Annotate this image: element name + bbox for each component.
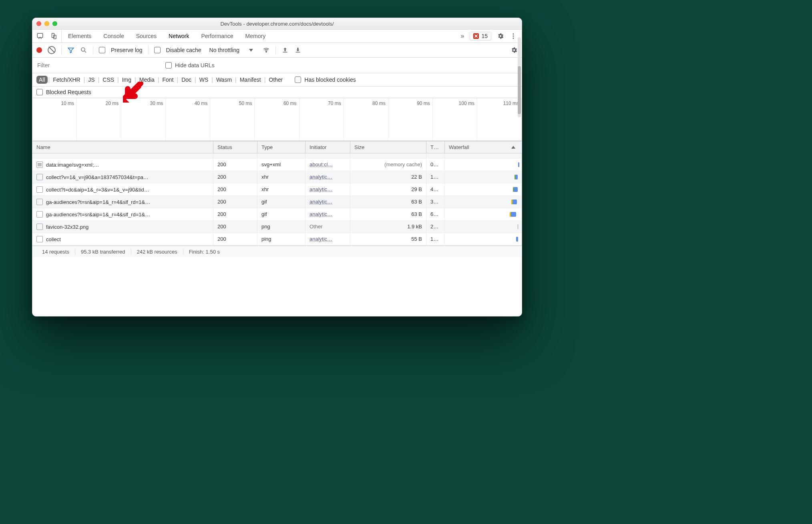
cell-size: 1.9 kB [350, 221, 426, 233]
clear-button[interactable] [48, 46, 56, 54]
type-chip-fetch-xhr[interactable]: Fetch/XHR [50, 76, 82, 84]
cell-initiator[interactable]: analytic… [310, 199, 332, 205]
col-time[interactable]: T… [426, 141, 445, 153]
throttling-select[interactable]: No throttling [209, 47, 239, 53]
col-initiator[interactable]: Initiator [306, 141, 350, 153]
filter-input[interactable] [36, 60, 142, 71]
table-row[interactable]: favicon-32x32.png200pngOther1.9 kB2… [32, 221, 522, 233]
svg-point-3 [513, 33, 514, 34]
type-chip-wasm[interactable]: Wasm [214, 76, 234, 84]
table-row[interactable]: data:image/svg+xml;…200svg+xmlabout:cl…(… [32, 159, 522, 171]
filter-toggle-icon[interactable] [67, 46, 74, 54]
table-row[interactable]: collect200pinganalytic…55 B1… [32, 233, 522, 246]
titlebar: DevTools - developer.chrome.com/docs/dev… [32, 18, 522, 30]
preserve-log-checkbox[interactable] [99, 47, 105, 53]
export-har-icon[interactable] [294, 46, 301, 54]
svg-rect-9 [296, 52, 300, 53]
table-row[interactable]: collect?v=1&_v=j90&a=1837457034&t=pa…200… [32, 171, 522, 183]
has-blocked-cookies-checkbox[interactable] [295, 77, 301, 83]
has-blocked-cookies-label: Has blocked cookies [304, 77, 356, 83]
cell-initiator[interactable]: analytic… [310, 236, 332, 242]
cell-time: 0… [426, 159, 445, 171]
svg-point-6 [81, 48, 85, 51]
inspect-icon[interactable] [36, 32, 44, 40]
tab-sources[interactable]: Sources [135, 30, 157, 42]
network-settings-gear-icon[interactable] [511, 46, 518, 54]
tab-console[interactable]: Console [103, 30, 125, 42]
cell-time: 6… [426, 208, 445, 220]
hide-data-urls-checkbox[interactable] [165, 62, 172, 69]
type-chip-font[interactable]: Font [160, 76, 176, 84]
import-har-icon[interactable] [281, 46, 289, 54]
col-waterfall[interactable]: Waterfall [445, 141, 522, 153]
cell-initiator[interactable]: analytic… [310, 211, 332, 217]
col-size[interactable]: Size [350, 141, 426, 153]
blocked-requests-bar: Blocked Requests [32, 87, 522, 98]
col-status[interactable]: Status [213, 141, 257, 153]
network-conditions-icon[interactable] [263, 46, 270, 54]
overview-timeline[interactable]: 10 ms20 ms30 ms40 ms50 ms60 ms70 ms80 ms… [32, 98, 522, 141]
svg-point-7 [266, 51, 267, 52]
cell-name: data:image/svg+xml;… [46, 162, 99, 168]
tab-performance[interactable]: Performance [200, 30, 234, 42]
tabs-overflow-icon[interactable]: » [461, 32, 464, 40]
col-type[interactable]: Type [257, 141, 306, 153]
cell-waterfall [445, 196, 522, 208]
cell-initiator: Other [310, 224, 323, 230]
cell-size: (memory cache) [350, 159, 426, 171]
cell-size: 29 B [350, 183, 426, 195]
cell-waterfall [445, 183, 522, 195]
tick-label: 70 ms [328, 101, 341, 106]
scrollbar-thumb[interactable] [518, 66, 521, 114]
tab-elements[interactable]: Elements [67, 30, 92, 42]
col-name[interactable]: Name [32, 141, 213, 153]
cell-type: gif [257, 208, 306, 220]
table-row[interactable]: ga-audiences?t=sr&aip=1&_r=4&slf_rd=1&…2… [32, 208, 522, 221]
type-chip-js[interactable]: JS [86, 76, 97, 84]
file-icon [36, 211, 43, 218]
cell-initiator[interactable]: about:cl… [310, 161, 333, 167]
file-icon [36, 186, 43, 193]
type-chip-manifest[interactable]: Manifest [237, 76, 263, 84]
tab-network[interactable]: Network [168, 30, 190, 42]
more-menu-icon[interactable] [510, 32, 517, 40]
minimize-icon[interactable] [44, 21, 49, 26]
cell-type: xhr [257, 171, 306, 183]
type-chip-doc[interactable]: Doc [179, 76, 194, 84]
cell-waterfall [445, 171, 522, 183]
tab-memory[interactable]: Memory [245, 30, 267, 42]
cell-initiator[interactable]: analytic… [310, 186, 332, 192]
settings-gear-icon[interactable] [497, 32, 504, 40]
cell-name: collect [46, 236, 61, 242]
cell-name: collect?v=1&_v=j90&a=1837457034&t=pa… [46, 174, 149, 180]
device-toggle-icon[interactable] [50, 32, 57, 40]
throttling-caret-icon[interactable] [249, 49, 253, 52]
cell-type: svg+xml [257, 159, 306, 171]
type-chip-css[interactable]: CSS [100, 76, 117, 84]
zoom-icon[interactable] [52, 21, 57, 26]
type-chip-ws[interactable]: WS [197, 76, 211, 84]
table-row[interactable]: ga-audiences?t=sr&aip=1&_r=4&slf_rd=1&…2… [32, 196, 522, 208]
cell-initiator[interactable]: analytic… [310, 174, 332, 180]
window-title: DevTools - developer.chrome.com/docs/dev… [32, 21, 522, 27]
close-icon[interactable] [36, 21, 41, 26]
cell-size: 63 B [350, 196, 426, 208]
disable-cache-label: Disable cache [166, 47, 201, 53]
status-resources: 242 kB resources [131, 249, 183, 255]
search-icon[interactable] [80, 46, 87, 54]
type-chip-media[interactable]: Media [137, 76, 157, 84]
type-chip-other[interactable]: Other [266, 76, 285, 84]
network-toolbar: Preserve log Disable cache No throttling [32, 43, 522, 58]
partial-row[interactable] [32, 153, 522, 159]
errors-badge[interactable]: 15 [470, 32, 491, 40]
hide-data-urls-label: Hide data URLs [175, 62, 215, 69]
blocked-requests-checkbox[interactable] [36, 89, 43, 95]
type-chip-all[interactable]: All [36, 76, 48, 84]
table-row[interactable]: collect?t=dc&aip=1&_r=3&v=1&_v=j90&tid…2… [32, 183, 522, 196]
record-button[interactable] [36, 47, 42, 53]
tick-label: 100 ms [459, 101, 474, 106]
disable-cache-checkbox[interactable] [154, 47, 161, 53]
tick-label: 90 ms [417, 101, 430, 106]
cell-name: ga-audiences?t=sr&aip=1&_r=4&slf_rd=1&… [46, 199, 150, 205]
type-chip-img[interactable]: Img [120, 76, 134, 84]
